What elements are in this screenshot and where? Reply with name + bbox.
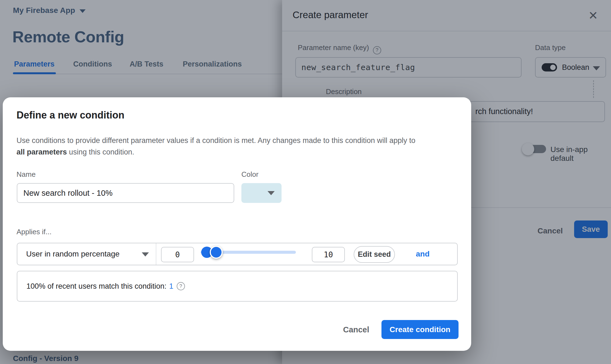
condition-type-select[interactable]: User in random percentage xyxy=(17,243,155,265)
percentage-max-input[interactable]: 10 xyxy=(312,247,345,262)
condition-row-divider xyxy=(156,243,156,265)
match-count-link[interactable]: 1 xyxy=(169,282,173,291)
dialog-description: Use conditions to provide different para… xyxy=(17,135,415,158)
applies-if-label: Applies if... xyxy=(17,228,51,236)
dialog-description-line2: all parameters using this condition. xyxy=(17,146,415,158)
chevron-down-icon xyxy=(142,252,149,257)
dialog-title: Define a new condition xyxy=(17,109,124,121)
condition-name-label: Name xyxy=(17,170,36,179)
condition-name-input[interactable]: New search rollout - 10% xyxy=(17,183,234,203)
color-select[interactable] xyxy=(241,183,282,203)
define-condition-dialog: Define a new condition Use conditions to… xyxy=(3,97,471,351)
and-condition-link[interactable]: and xyxy=(416,243,430,265)
dialog-cancel-button[interactable]: Cancel xyxy=(340,323,373,336)
condition-match-info-row: 100% of recent users match this conditio… xyxy=(17,271,458,302)
color-label: Color xyxy=(241,170,258,179)
match-info-text: 100% of recent users match this conditio… xyxy=(26,282,167,291)
dialog-description-line1: Use conditions to provide different para… xyxy=(17,135,415,146)
chevron-down-icon xyxy=(268,191,275,195)
edit-seed-button[interactable]: Edit seed xyxy=(354,246,395,263)
condition-rule-row: User in random percentage 0 10 Edit seed… xyxy=(17,243,458,265)
percentage-min-input[interactable]: 0 xyxy=(161,247,194,262)
screen: My Firebase App Remote Config Parameters… xyxy=(0,0,611,364)
help-icon[interactable]: ? xyxy=(177,282,185,290)
create-condition-button[interactable]: Create condition xyxy=(381,320,459,339)
slider-handle-high[interactable] xyxy=(210,246,223,259)
condition-type-value: User in random percentage xyxy=(26,250,119,258)
